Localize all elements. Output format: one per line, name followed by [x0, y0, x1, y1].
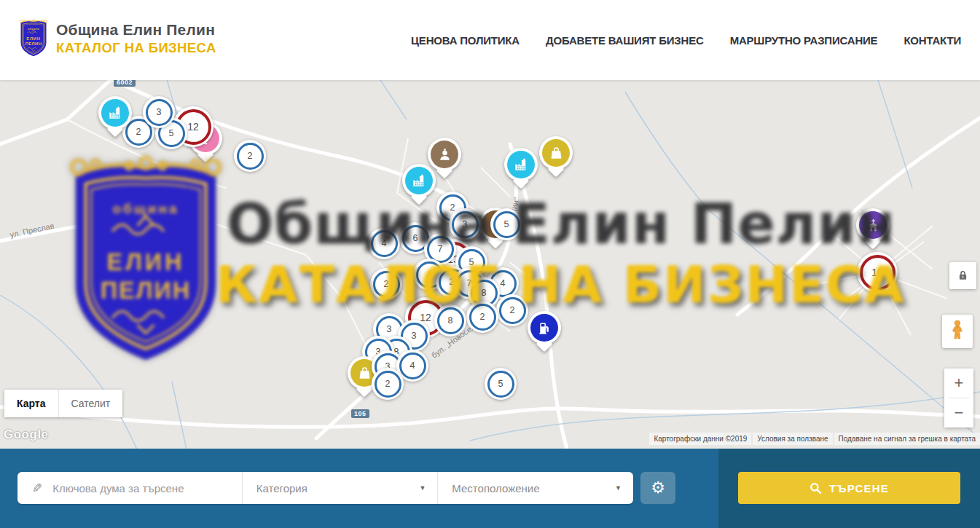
nav-pricing-policy[interactable]: ЦЕНОВА ПОЛИТИКА — [411, 34, 520, 47]
municipality-crest-icon — [18, 19, 49, 58]
map-pin-factory[interactable] — [504, 148, 538, 181]
search-bar: ✎ Категория ▼ Местоположение ▼ ⚙ ТЪРСЕНЕ — [0, 449, 980, 528]
fuel-icon — [536, 320, 553, 336]
pencil-icon: ✎ — [32, 481, 42, 495]
chevron-down-icon: ▼ — [615, 484, 622, 492]
site-title: Община Елин Пелин — [56, 21, 216, 39]
bag-icon — [548, 145, 565, 162]
factory-icon — [107, 105, 124, 122]
church-icon — [865, 217, 882, 234]
pegman-icon — [948, 319, 967, 344]
gear-icon: ⚙ — [651, 480, 665, 496]
advanced-settings-button[interactable]: ⚙ — [640, 472, 675, 504]
factory-icon — [411, 173, 428, 189]
map-cluster-marker[interactable]: 5 — [485, 368, 517, 400]
logo-link[interactable]: Община Елин Пелин КАТАЛОГ НА БИЗНЕСА — [18, 19, 216, 58]
map-pin-fuel[interactable] — [528, 311, 561, 344]
location-label: Местоположение — [452, 482, 539, 494]
lock-button[interactable] — [949, 262, 976, 289]
map-type-map-button[interactable]: Карта — [4, 390, 58, 417]
map-type-control: Карта Сателит — [4, 390, 122, 417]
search-fields: ✎ Категория ▼ Местоположение ▼ — [17, 472, 633, 504]
factory-icon — [513, 157, 530, 173]
chevron-down-icon: ▼ — [419, 484, 426, 492]
map-pin-factory[interactable] — [402, 164, 436, 197]
map-type-satellite-button[interactable]: Сателит — [58, 390, 123, 417]
map-canvas[interactable]: 6002105 ул. Преславбул. „Новоселции“ 122… — [0, 80, 980, 449]
map-cluster-marker[interactable]: 2 — [466, 301, 498, 333]
map-cluster-marker[interactable]: 3 — [449, 208, 481, 240]
category-label: Категория — [256, 482, 307, 494]
map-cluster-marker[interactable]: 4 — [368, 227, 400, 259]
map-pin-factory[interactable] — [98, 96, 132, 130]
map-cluster-marker[interactable]: 5 — [490, 208, 522, 240]
main-nav: ЦЕНОВА ПОЛИТИКА ДОБАВЕТЕ ВАШИЯТ БИЗНЕС М… — [411, 0, 961, 80]
pegman-control[interactable] — [942, 315, 973, 348]
search-button[interactable]: ТЪРСЕНЕ — [738, 472, 960, 504]
map-pin-church[interactable] — [856, 208, 890, 242]
zoom-control: + − — [944, 369, 973, 427]
lock-icon — [957, 269, 969, 282]
category-dropdown[interactable]: Категория ▼ — [242, 472, 438, 504]
location-dropdown[interactable]: Местоположение ▼ — [437, 472, 633, 504]
google-logo[interactable]: Google — [4, 427, 49, 442]
map-pin-bag[interactable] — [539, 136, 573, 170]
nav-route-schedule[interactable]: МАРШРУТНО РАЗПИСАНИЕ — [730, 34, 878, 47]
zoom-out-button[interactable]: − — [944, 398, 973, 427]
keyword-field[interactable]: ✎ — [17, 472, 242, 504]
worker-icon — [436, 146, 453, 163]
nav-contacts[interactable]: КОНТАКТИ — [903, 34, 961, 47]
bag-icon — [356, 365, 373, 382]
header: Община Елин Пелин КАТАЛОГ НА БИЗНЕСА ЦЕН… — [0, 0, 980, 80]
map-cluster-marker[interactable]: 2 — [370, 268, 402, 300]
map-cluster-marker[interactable]: 8 — [434, 304, 466, 336]
map-cluster-marker[interactable]: 3 — [143, 96, 175, 128]
report-error-link[interactable]: Подаване на сигнал за грешка в картата — [834, 433, 980, 445]
map-cluster-marker[interactable]: 2 — [496, 294, 528, 326]
map-cluster-marker[interactable]: 2 — [234, 140, 266, 172]
search-icon — [810, 482, 822, 494]
zoom-in-button[interactable]: + — [944, 369, 973, 398]
map-copyright: Картографски данни ©2019 — [649, 433, 751, 445]
nav-add-your-business[interactable]: ДОБАВЕТЕ ВАШИЯТ БИЗНЕС — [546, 34, 704, 47]
business-catalog-page: Община Елин Пелин КАТАЛОГ НА БИЗНЕСА ЦЕН… — [0, 0, 980, 528]
search-input[interactable] — [51, 481, 241, 495]
map-cluster-marker[interactable]: 10 — [857, 252, 898, 293]
search-button-label: ТЪРСЕНЕ — [829, 482, 889, 494]
map-cluster-marker[interactable]: 2 — [372, 368, 404, 400]
map-marker-layer: 122532231356475422748221283383342510 — [0, 80, 980, 449]
map-attribution: Картографски данни ©2019 Условия за полз… — [649, 433, 980, 445]
site-subtitle: КАТАЛОГ НА БИЗНЕСА — [56, 40, 216, 56]
terms-link[interactable]: Условия за ползване — [753, 433, 832, 445]
